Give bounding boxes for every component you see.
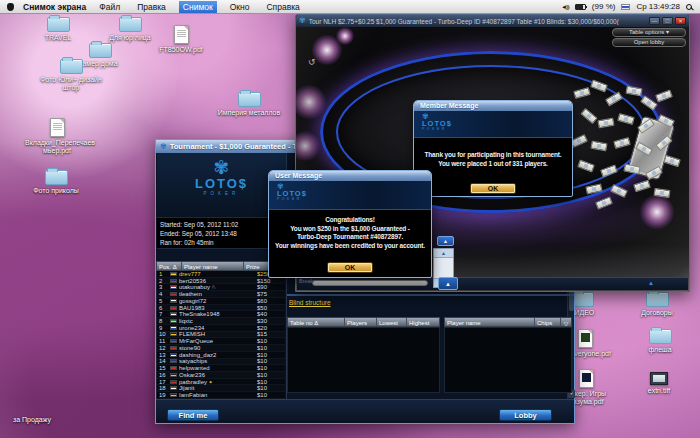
- player-position: 1: [157, 271, 170, 277]
- country-flag-icon: [170, 326, 177, 330]
- player-prize: $90: [257, 284, 285, 290]
- volume-icon[interactable]: ◄))): [561, 4, 569, 10]
- player-prize: $10: [257, 358, 285, 364]
- chat-collapse-button[interactable]: ▲: [437, 236, 454, 246]
- ok-button[interactable]: OK: [327, 262, 373, 273]
- folder-icon[interactable]: [47, 17, 70, 32]
- desktop-icon-Фото приколы[interactable]: Фото приколы: [24, 170, 88, 195]
- folder-icon[interactable]: [646, 292, 669, 307]
- player-badge-icon: ♘: [210, 284, 216, 290]
- standings-header-pos[interactable]: Pos. Δ: [157, 262, 182, 270]
- desktop-icon-Вкладки_Перепечаев[interactable]: Вкладки_Перепечаевмьер.pdf: [25, 118, 89, 154]
- table-options-button[interactable]: Table options ▾: [612, 28, 686, 37]
- icon-label: FT850OW.pdf: [149, 46, 213, 54]
- spotlight-search-icon[interactable]: [686, 4, 692, 10]
- panel-up-button[interactable]: ▲: [438, 277, 458, 290]
- folder-icon[interactable]: [60, 59, 83, 74]
- dialog-logo-band: ✾ LOTO$ POKER: [414, 111, 572, 138]
- column-header[interactable]: Players: [345, 318, 377, 326]
- find-me-button[interactable]: Find me: [167, 409, 219, 421]
- input-language-flag-icon[interactable]: [621, 4, 630, 10]
- country-flag-icon: [170, 373, 177, 377]
- column-header[interactable]: Player name: [445, 318, 535, 326]
- country-flag-icon: [170, 366, 177, 370]
- country-flag-icon: [170, 346, 177, 350]
- desktop-icon-флеша[interactable]: флеша: [628, 329, 692, 354]
- banknote: [663, 155, 681, 168]
- column-header[interactable]: Chips: [535, 318, 561, 326]
- country-flag-icon: [170, 393, 177, 397]
- standings-header-player[interactable]: Player name: [182, 262, 244, 270]
- ok-button[interactable]: OK: [470, 183, 516, 194]
- player-prize: $10: [257, 365, 285, 371]
- desktop: TRAVELДля юр лицаFT850OW.pdfамер домаФот…: [0, 0, 700, 438]
- lotos-flower-icon: ✾: [157, 159, 286, 176]
- sort-icon[interactable]: ▽: [561, 318, 571, 326]
- scroll-up-icon[interactable]: ▲: [434, 249, 453, 258]
- desktop-icon-TRAVEL[interactable]: TRAVEL: [26, 17, 90, 42]
- document-icon[interactable]: [174, 25, 189, 44]
- message-line: Thank you for participating in this tour…: [414, 151, 572, 160]
- mid-panel-border: [287, 294, 574, 296]
- menu-item-Справка[interactable]: Справка: [262, 1, 303, 13]
- country-flag-icon: [170, 353, 177, 357]
- desktop-icon-FT850OW.pdf[interactable]: FT850OW.pdf: [149, 25, 213, 54]
- desktop-icon-extn.tiff[interactable]: extn.tiff: [627, 372, 691, 395]
- player-position: 4: [157, 291, 170, 297]
- player-name: FLEMISH: [179, 331, 257, 337]
- player-position: 11: [157, 338, 170, 344]
- menu-clock[interactable]: Ср 13:49:28: [636, 2, 680, 11]
- lotos-app-icon: ✾: [299, 17, 306, 25]
- folder-icon[interactable]: [649, 329, 672, 344]
- tables-table-header[interactable]: Table no ΔPlayersLowestHighest: [287, 317, 440, 327]
- desktop-icon-Фото Юли+ дизайн[interactable]: Фото Юли+ дизайнштор: [39, 59, 103, 91]
- tables-table-list[interactable]: [287, 327, 440, 393]
- country-flag-icon: [170, 380, 177, 384]
- blind-structure-link[interactable]: Blind structure: [289, 299, 331, 306]
- column-header[interactable]: Highest: [407, 318, 439, 326]
- player-prize: $50: [257, 305, 285, 311]
- folder-icon[interactable]: [89, 43, 112, 58]
- desktop-icon-Договоры[interactable]: Договоры: [625, 292, 689, 317]
- message-line: You won $250 in the $1,000 Guaranteed -: [269, 225, 431, 234]
- chat-expand-icon[interactable]: ▲: [648, 280, 654, 286]
- menu-app-name[interactable]: Снимок экрана: [23, 2, 86, 12]
- open-lobby-button[interactable]: Open lobby: [612, 38, 686, 47]
- column-header[interactable]: Lowest: [377, 318, 407, 326]
- close-button[interactable]: ✕: [675, 17, 686, 25]
- maximize-button[interactable]: □: [662, 17, 673, 25]
- document-icon[interactable]: [50, 118, 65, 137]
- players-table-header[interactable]: Player nameChips▽: [444, 317, 572, 327]
- desktop-icon-Империя металлов[interactable]: Империя металлов: [217, 92, 281, 117]
- menu-item-Правка[interactable]: Правка: [133, 1, 170, 13]
- bottom-slider[interactable]: [312, 280, 428, 286]
- player-name: utakunaboy ♘: [179, 284, 257, 290]
- apple-menu-icon[interactable]: [7, 3, 14, 11]
- lobby-button[interactable]: Lobby: [499, 409, 552, 421]
- player-name: patbradley ✦: [179, 379, 257, 385]
- document-icon[interactable]: [578, 329, 593, 348]
- folder-icon[interactable]: [238, 92, 261, 107]
- menu-item-Окно[interactable]: Окно: [226, 1, 254, 13]
- country-flag-icon: [170, 285, 177, 289]
- desktop-icon-за Продажу[interactable]: за Продажу: [0, 416, 64, 424]
- dialog-logo-band: ✾ LOTO$ POKER: [269, 181, 431, 210]
- standings-header[interactable]: Pos. Δ Player name Prize: [156, 261, 285, 271]
- dialog-title-bar[interactable]: Member Message: [414, 101, 572, 111]
- image-file-icon[interactable]: [650, 372, 668, 385]
- table-title-bar[interactable]: ✾ Tour NLH $2.75+$0.25 $1,000 Guaranteed…: [296, 15, 689, 27]
- standings-row[interactable]: 19IamFabian$10: [157, 392, 285, 399]
- user-message-dialog: User Message ✾ LOTO$ POKER Congratulatio…: [268, 170, 432, 278]
- menu-item-Файл[interactable]: Файл: [95, 1, 124, 13]
- menu-item-Снимок[interactable]: Снимок: [179, 1, 217, 13]
- folder-icon[interactable]: [45, 170, 68, 185]
- minimize-button[interactable]: —: [649, 17, 660, 25]
- battery-icon[interactable]: [575, 4, 586, 10]
- battery-percent: (99 %): [592, 2, 616, 11]
- players-table-list[interactable]: [444, 327, 572, 393]
- document-icon[interactable]: [579, 369, 594, 388]
- folder-icon[interactable]: [119, 17, 142, 32]
- country-flag-icon: [170, 386, 177, 390]
- dialog-title-bar[interactable]: User Message: [269, 171, 431, 181]
- column-header[interactable]: Table no Δ: [288, 318, 345, 326]
